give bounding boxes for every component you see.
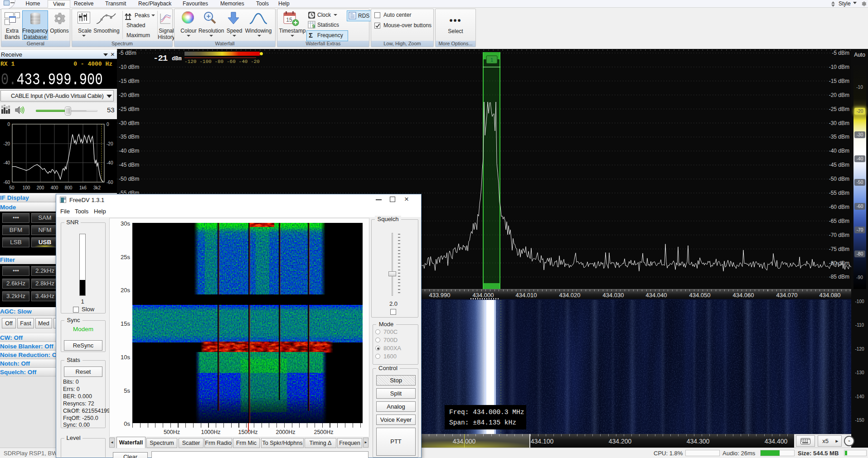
svg-text:-30 dBm: -30 dBm (829, 120, 849, 126)
svg-text:-30 dBm: -30 dBm (119, 120, 139, 126)
svg-text:-35 dBm: -35 dBm (119, 134, 139, 140)
svg-text:9: 9 (312, 24, 315, 29)
svg-text:-10 dBm: -10 dBm (119, 64, 139, 70)
svg-text:100: 100 (23, 185, 30, 190)
svg-text:-5 dBm: -5 dBm (832, 50, 849, 56)
svg-text:1: 1 (490, 57, 493, 63)
svg-text:200: 200 (37, 185, 44, 190)
svg-text:-45 dBm: -45 dBm (119, 162, 139, 168)
svg-text:-15 dBm: -15 dBm (829, 78, 849, 84)
svg-text:-40 dBm: -40 dBm (829, 148, 849, 154)
svg-text:-5 dBm: -5 dBm (119, 50, 136, 56)
svg-text:-45 dBm: -45 dBm (829, 162, 849, 168)
svg-text:-40: -40 (4, 160, 10, 165)
svg-text:-40: -40 (107, 160, 113, 165)
svg-text:-55 dBm: -55 dBm (829, 190, 849, 196)
svg-text:-15 dBm: -15 dBm (119, 78, 139, 84)
svg-text:15: 15 (286, 17, 292, 23)
svg-text:-35 dBm: -35 dBm (829, 134, 849, 140)
svg-text:-20: -20 (4, 141, 10, 146)
svg-text:400: 400 (51, 185, 58, 190)
svg-text:-60: -60 (4, 180, 10, 185)
svg-text:1k6: 1k6 (79, 185, 87, 190)
svg-text:-50 dBm: -50 dBm (119, 176, 139, 182)
svg-text:-20: -20 (107, 141, 113, 146)
svg-text:0: 0 (107, 122, 109, 127)
svg-text:-20 dBm: -20 dBm (119, 92, 139, 98)
svg-text:-75 dBm: -75 dBm (829, 246, 849, 252)
svg-text:800: 800 (65, 185, 73, 190)
svg-text:-10 dBm: -10 dBm (829, 64, 849, 70)
svg-text:-60: -60 (107, 180, 113, 185)
svg-text:0: 0 (7, 122, 10, 127)
svg-text:50: 50 (9, 185, 15, 190)
svg-text:-85 dBm: -85 dBm (829, 274, 849, 280)
svg-text:-50 dBm: -50 dBm (829, 176, 849, 182)
svg-text:-25 dBm: -25 dBm (829, 106, 849, 112)
svg-text:3k2: 3k2 (93, 185, 101, 190)
svg-text:-40 dBm: -40 dBm (119, 148, 139, 154)
svg-text:-25 dBm: -25 dBm (119, 106, 139, 112)
svg-text:-65 dBm: -65 dBm (829, 218, 849, 224)
svg-text:-70 dBm: -70 dBm (829, 232, 849, 238)
svg-text:-20 dBm: -20 dBm (829, 92, 849, 98)
svg-text:-60 dBm: -60 dBm (829, 204, 849, 210)
